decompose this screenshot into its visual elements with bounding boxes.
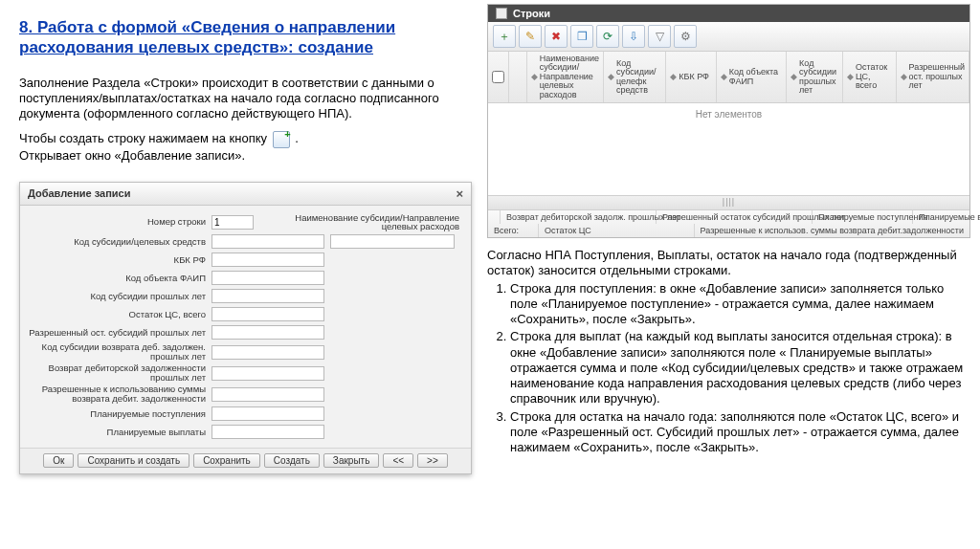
pf-total: Всего: <box>488 224 539 237</box>
tb-delete-icon[interactable]: ✖ <box>545 25 568 48</box>
col1[interactable]: Наименование субсидии/Направление целевы… <box>540 55 599 99</box>
pf-r1c3: Планируемые поступления <box>813 210 913 224</box>
rows-panel: Строки ＋ ✎ ✖ ❐ ⟳ ⇩ ▽ ⚙ ◆Наименование суб… <box>487 4 970 238</box>
grid-body-empty: Нет элементов <box>488 103 969 195</box>
ok-button[interactable]: Ок <box>43 453 74 468</box>
subsidy-name-input[interactable] <box>330 234 455 249</box>
instruction-3: Строка для остатка на начало года: запол… <box>510 409 970 456</box>
f4-label: Код субсидии прошлых лет <box>28 292 212 301</box>
f6-input[interactable] <box>212 325 324 340</box>
close-button[interactable]: Закрыть <box>323 453 380 468</box>
f2-label: КБК РФ <box>28 255 212 265</box>
f5-label: Остаток ЦС, всего <box>28 310 212 319</box>
f9-label: Разрешенные к использованию суммы возвра… <box>28 384 212 404</box>
add-record-dialog: Добавление записи × Номер строки Наимено… <box>19 182 472 475</box>
col4[interactable]: Код объекта ФАИП <box>729 68 782 86</box>
pf-r1c1: Возврат дебиторской задолж. прошлых лет <box>501 210 657 224</box>
f11-input[interactable] <box>212 425 324 439</box>
add-row-icon <box>273 131 290 148</box>
tb-copy-icon[interactable]: ❐ <box>570 25 593 48</box>
prev-button[interactable]: << <box>383 453 413 468</box>
intro-text-c: Открывает окно «Добавление записи». <box>19 148 245 163</box>
f3-input[interactable] <box>212 271 324 285</box>
f6-label: Разрешенный ост. субсидий прошлых лет <box>28 328 212 338</box>
col6[interactable]: Остаток ЦС, всего <box>856 63 892 90</box>
f3-label: Код объекта ФАИП <box>28 274 212 283</box>
intro-text-b: . <box>295 132 299 146</box>
f1-label: Код субсидии/целевых средств <box>28 237 212 247</box>
f11-label: Планируемые выплаты <box>28 428 212 437</box>
next-button[interactable]: >> <box>417 453 448 468</box>
no-items-text: Нет элементов <box>696 109 762 120</box>
save-button[interactable]: Сохранить <box>193 453 260 468</box>
f2-input[interactable] <box>212 253 324 267</box>
right-intro: Согласно НПА Поступления, Выплаты, остат… <box>487 248 970 279</box>
f10-input[interactable] <box>212 406 324 421</box>
tb-settings-icon[interactable]: ⚙ <box>674 25 697 48</box>
panel-titlebar: Строки <box>488 5 969 22</box>
dialog-titlebar: Добавление записи × <box>20 183 471 206</box>
grid-scrollbar[interactable] <box>488 195 969 209</box>
grid-header: ◆Наименование субсидии/Направление целев… <box>488 52 969 103</box>
instruction-2: Строка для выплат (на каждый код выплаты… <box>510 329 970 406</box>
col5[interactable]: Код субсидии прошлых лет <box>799 59 838 96</box>
row-number-label: Номер строки <box>28 217 212 227</box>
row-number-input[interactable] <box>212 215 254 230</box>
col7[interactable]: Разрешенный ост. прошлых лет <box>909 63 965 90</box>
f10-label: Планируемые поступления <box>28 409 212 419</box>
panel-toolbar: ＋ ✎ ✖ ❐ ⟳ ⇩ ▽ ⚙ <box>488 22 969 52</box>
save-create-button[interactable]: Сохранить и создать <box>78 453 189 468</box>
f7-input[interactable] <box>212 345 324 360</box>
panel-title-text: Строки <box>513 8 550 19</box>
f7-label: Код субсидии возврата деб. задолжен. про… <box>28 342 212 362</box>
dialog-title-text: Добавление записи <box>28 187 131 199</box>
col2[interactable]: Код субсидии/целефк средств <box>616 59 661 96</box>
pf-r2c2: Разрешенные к использов. суммы возврата … <box>695 224 969 237</box>
f1-input[interactable] <box>212 234 324 249</box>
dialog-close-button[interactable]: × <box>456 187 463 201</box>
intro-paragraph-2: Чтобы создать строку нажимаем на кнопку … <box>19 131 472 164</box>
tb-filter-icon[interactable]: ▽ <box>648 25 671 48</box>
pf-r2c1: Остаток ЦС <box>539 224 695 237</box>
tb-export-icon[interactable]: ⇩ <box>622 25 645 48</box>
create-button[interactable]: Создать <box>264 453 320 468</box>
tb-refresh-icon[interactable]: ⟳ <box>596 25 619 48</box>
subsidy-name-label: Наименование субсидии/Направление целевы… <box>254 213 459 232</box>
panel-footer: Возврат дебиторской задолж. прошлых лет … <box>488 209 969 237</box>
instructions-list: Строка для поступления: в окне «Добавлен… <box>487 281 970 456</box>
intro-paragraph-1: Заполнение Раздела «Строки» происходит в… <box>19 76 472 122</box>
instruction-1: Строка для поступления: в окне «Добавлен… <box>510 281 970 328</box>
f8-label: Возврат дебиторской задолженности прошлы… <box>28 363 212 383</box>
grid-select-all[interactable] <box>492 71 504 83</box>
f8-input[interactable] <box>212 366 324 381</box>
f9-input[interactable] <box>212 387 324 402</box>
page-title: 8. Работа с формой «Сведения о направлен… <box>19 17 472 58</box>
tb-add-icon[interactable]: ＋ <box>493 25 516 48</box>
intro-text-a: Чтобы создать строку нажимаем на кнопку <box>19 132 267 146</box>
f5-input[interactable] <box>212 307 324 321</box>
col3[interactable]: КБК РФ <box>679 73 709 81</box>
pf-r1c2: Разрешенный остаток субсидий прошлых лет <box>657 210 813 224</box>
f4-input[interactable] <box>212 289 324 303</box>
tb-edit-icon[interactable]: ✎ <box>519 25 542 48</box>
pf-r1c4: Планируемые выплаты <box>913 210 980 224</box>
